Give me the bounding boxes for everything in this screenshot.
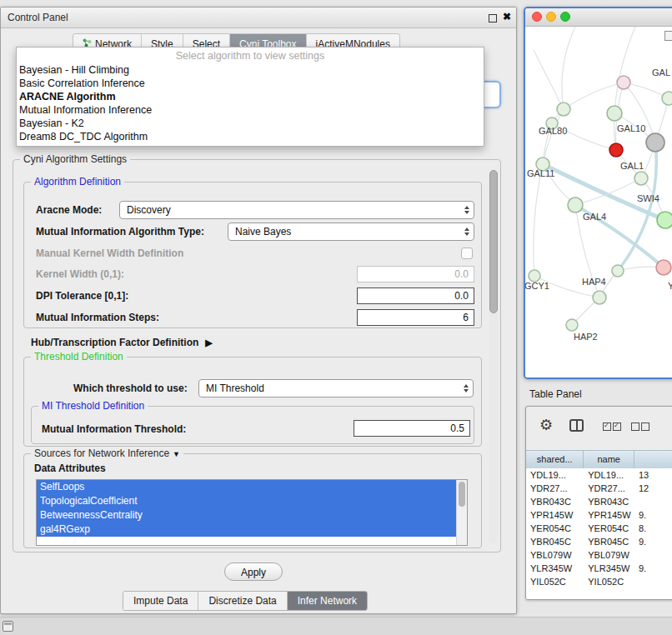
node-label-gal4: GAL4 (583, 212, 606, 222)
threshold-definition-group: Threshold Definition Which threshold to … (23, 357, 482, 447)
node-label-gcy1: GCY1 (525, 281, 549, 291)
which-threshold-value: MI Threshold (206, 382, 264, 394)
dpi-tolerance-field[interactable]: 0.0 (357, 288, 474, 304)
network-node[interactable] (617, 76, 630, 89)
table-row[interactable]: YBR043CYBR043C (526, 495, 672, 508)
kernel-width-label: Kernel Width (0,1): (36, 268, 124, 280)
column-header-name[interactable]: name (584, 451, 634, 468)
node-label-gal: GAL (652, 68, 670, 78)
network-node[interactable] (646, 133, 664, 152)
table-panel-window: ⚙ shared...name YDL19...YDL19...13YDR27.… (525, 406, 672, 600)
network-node[interactable] (609, 143, 623, 157)
scrollbar-thumb[interactable] (459, 482, 465, 507)
network-scroll-button[interactable] (664, 31, 672, 41)
scrollbar-thumb[interactable] (489, 170, 498, 313)
table-cell: YBL079W (584, 548, 634, 562)
mi-threshold-field[interactable]: 0.5 (354, 420, 470, 437)
close-icon[interactable]: ✖ (503, 11, 511, 22)
popup-prompt: Select algorithm to view settings (17, 48, 484, 63)
zoom-traffic-light-icon[interactable] (560, 12, 570, 22)
algorithm-combobox-fragment[interactable] (483, 81, 501, 108)
table-row[interactable]: YBR045CYBR045C9. (526, 535, 672, 548)
network-node[interactable] (607, 106, 622, 121)
panel-icon[interactable] (3, 621, 13, 632)
sources-legend-toggle[interactable]: Sources for Network Inference▼ (31, 448, 183, 459)
table-row[interactable]: YDL19...YDL19...13 (526, 468, 672, 482)
table-row[interactable]: YBL079WYBL079W (526, 548, 672, 562)
table-panel-label: Table Panel (529, 388, 582, 400)
attribute-item-topologicalcoefficient[interactable]: TopologicalCoefficient (37, 494, 467, 508)
mi-type-select[interactable]: Naive Bayes (228, 222, 474, 241)
cyni-algorithm-settings-group: Cyni Algorithm Settings Algorithm Defini… (13, 159, 501, 552)
network-node[interactable] (529, 270, 540, 282)
table-row[interactable]: YIL052CYIL052C (526, 575, 672, 588)
algorithm-option-bayesian-hill-climbing[interactable]: Bayesian - Hill Climbing (17, 63, 484, 77)
table-header-row: shared...name (526, 450, 672, 469)
network-node[interactable] (662, 92, 672, 105)
desktop: Control Panel ✖ NetworkStyleSelectCyni T… (0, 0, 672, 635)
select-all-checkboxes-icon[interactable] (603, 422, 621, 431)
network-canvas[interactable]: GALGAL80GAL10GAL11GAL1SWI4GAL4GCY1HAP4YH… (525, 27, 672, 378)
table-cell: 9. (634, 535, 672, 548)
network-node[interactable] (557, 102, 570, 116)
table-row[interactable]: YER054CYER054C8. (526, 522, 672, 535)
close-traffic-light-icon[interactable] (532, 12, 542, 22)
combo-arrows-icon (464, 206, 469, 214)
tab-impute-data[interactable]: Impute Data (123, 592, 198, 610)
network-node[interactable] (593, 291, 606, 304)
table-cell: 8. (634, 522, 672, 535)
mi-threshold-group: MI Threshold Definition Mutual Informati… (31, 406, 474, 444)
columns-icon[interactable] (569, 419, 584, 432)
tab-infer-network[interactable]: Infer Network (288, 592, 367, 610)
table-cell: YBR045C (584, 535, 634, 548)
table-cell: YPR145W (526, 508, 584, 522)
network-node[interactable] (657, 212, 672, 228)
attribute-item-gal4rgexp[interactable]: gal4RGexp (37, 522, 467, 537)
network-edge (534, 164, 543, 276)
node-label-swi4: SWI4 (637, 193, 659, 203)
table-cell: YBR043C (584, 495, 634, 508)
network-node[interactable] (612, 265, 624, 277)
settings-scrollbar[interactable] (489, 170, 498, 543)
network-edge (534, 50, 564, 109)
bottom-dock-strip (0, 617, 672, 635)
column-header-extra[interactable] (634, 451, 672, 468)
mi-steps-field[interactable]: 6 (357, 309, 474, 326)
algorithm-option-basic-correlation-inference[interactable]: Basic Correlation Inference (17, 77, 484, 90)
attribute-item-selfloops[interactable]: SelfLoops (37, 480, 467, 494)
float-window-icon[interactable] (489, 14, 497, 22)
algorithm-option-aracne-algorithm[interactable]: ARACNE Algorithm (17, 90, 484, 103)
which-threshold-select[interactable]: MI Threshold (198, 379, 474, 398)
tab-discretize-data[interactable]: Discretize Data (198, 592, 287, 610)
table-body: YDL19...YDL19...13YDR27...YDR27...12YBR0… (526, 468, 672, 599)
apply-button[interactable]: Apply (224, 562, 283, 581)
hub-definition-toggle[interactable]: Hub/Transcription Factor Definition▶ (31, 337, 213, 348)
table-row[interactable]: YLR345WYLR345W9. (526, 562, 672, 575)
node-label-gal11: GAL11 (527, 168, 554, 178)
table-cell: YBR043C (526, 495, 584, 508)
table-row[interactable]: YDR27...YDR27...12 (526, 482, 672, 495)
network-node[interactable] (566, 319, 578, 331)
attribute-item-betweennesscentrality[interactable]: BetweennessCentrality (37, 508, 467, 522)
network-node[interactable] (568, 198, 583, 212)
attribute-list-scrollbar[interactable] (456, 480, 467, 545)
algorithm-definition-legend: Algorithm Definition (31, 176, 124, 188)
algorithm-option-bayesian-k2[interactable]: Bayesian - K2 (17, 117, 484, 130)
table-cell (634, 575, 672, 588)
network-node[interactable] (656, 260, 671, 275)
manual-kernel-checkbox[interactable] (461, 248, 473, 259)
column-header-shared[interactable]: shared... (526, 451, 584, 468)
minimize-traffic-light-icon[interactable] (546, 12, 556, 22)
algorithm-option-dream8-dc-tdc-algorithm[interactable]: Dream8 DC_TDC Algorithm (17, 130, 484, 143)
network-node[interactable] (634, 172, 648, 185)
gear-icon[interactable]: ⚙ (539, 417, 553, 433)
manual-kernel-label: Manual Kernel Width Definition (36, 248, 183, 259)
deselect-all-checkboxes-icon[interactable] (631, 422, 649, 431)
table-row[interactable]: YPR145WYPR145W9. (526, 508, 672, 522)
algorithm-option-mutual-information-inference[interactable]: Mutual Information Inference (17, 103, 484, 117)
aracne-mode-select[interactable]: Discovery (119, 201, 474, 219)
table-cell: YPR145W (584, 508, 634, 522)
bottom-tab-bar: Impute DataDiscretize DataInfer Network (123, 591, 368, 611)
table-cell: 9. (634, 562, 672, 575)
combo-arrows-icon (464, 228, 469, 236)
